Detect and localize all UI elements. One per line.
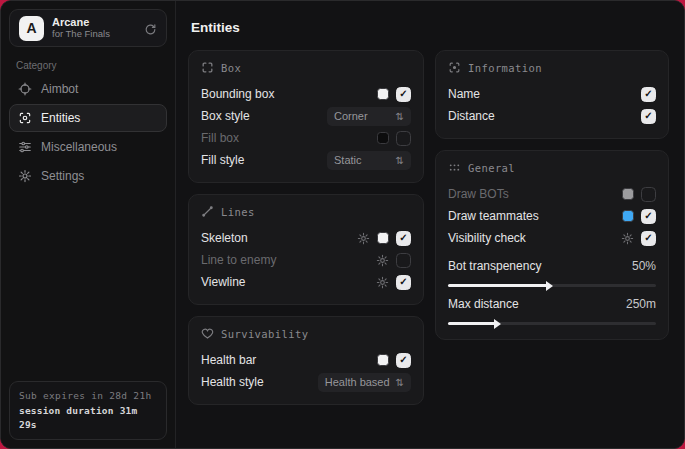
fill-style-dropdown[interactable]: Static ⇅ xyxy=(327,151,411,170)
setting-row-visibility-check: Visibility check xyxy=(448,227,656,249)
chevron-up-down-icon: ⇅ xyxy=(396,377,404,388)
category-label: Category xyxy=(16,60,167,71)
setting-row-box-style: Box style Corner ⇅ xyxy=(201,105,411,127)
sidebar-item-label: Aimbot xyxy=(41,82,78,96)
bot-transparency-setting: Bot transpenency 50% xyxy=(448,255,656,287)
gear-icon[interactable] xyxy=(376,254,389,267)
setting-row-draw-bots: Draw BOTs xyxy=(448,183,656,205)
panel-box: Box Bounding box Box style Corner ⇅ xyxy=(188,50,424,183)
refresh-icon[interactable] xyxy=(144,22,157,35)
setting-row-health-bar: Health bar xyxy=(201,349,411,371)
setting-label: Fill style xyxy=(201,153,244,167)
setting-row-fill-style: Fill style Static ⇅ xyxy=(201,149,411,171)
info-scan-icon xyxy=(448,61,461,74)
setting-row-bounding-box: Bounding box xyxy=(201,83,411,105)
gear-icon xyxy=(18,169,32,183)
fill-box-checkbox[interactable] xyxy=(396,131,411,146)
slider-value: 50% xyxy=(632,259,656,273)
brand-card: A Arcane for The Finals xyxy=(9,9,167,47)
setting-label: Fill box xyxy=(201,131,239,145)
panel-survivability: Survivability Health bar Health style He… xyxy=(188,316,424,405)
panel-title: Box xyxy=(221,62,241,74)
dropdown-value: Health based xyxy=(325,376,390,388)
slider-fill xyxy=(448,284,548,287)
color-swatch[interactable] xyxy=(377,88,389,100)
dropdown-value: Corner xyxy=(334,110,368,122)
main-content: Entities Box Bounding box xyxy=(176,1,684,448)
setting-row-fill-box: Fill box xyxy=(201,127,411,149)
box-corners-icon xyxy=(201,61,214,74)
panel-lines: Lines Skeleton Line to enemy xyxy=(188,194,424,305)
box-style-dropdown[interactable]: Corner ⇅ xyxy=(327,107,411,126)
setting-row-draw-teammates: Draw teammates xyxy=(448,205,656,227)
bot-transparency-slider[interactable] xyxy=(448,284,656,287)
sidebar-item-miscellaneous[interactable]: Miscellaneous xyxy=(9,133,167,161)
setting-row-health-style: Health style Health based ⇅ xyxy=(201,371,411,393)
grid-dots-icon xyxy=(448,161,461,174)
distance-checkbox[interactable] xyxy=(641,109,656,124)
color-swatch[interactable] xyxy=(377,132,389,144)
line-to-enemy-checkbox[interactable] xyxy=(396,253,411,268)
subscription-card: Sub expires in 28d 21h session duration … xyxy=(9,381,167,440)
setting-label: Viewline xyxy=(201,275,245,289)
setting-row-viewline: Viewline xyxy=(201,271,411,293)
setting-label: Draw BOTs xyxy=(448,187,509,201)
sidebar-nav: Aimbot Entities Miscellaneous Settings xyxy=(9,75,167,190)
setting-label: Bot transpenency xyxy=(448,259,541,273)
sidebar-item-entities[interactable]: Entities xyxy=(9,104,167,132)
gear-icon[interactable] xyxy=(376,276,389,289)
entities-scan-icon xyxy=(18,111,32,125)
sidebar-item-settings[interactable]: Settings xyxy=(9,162,167,190)
panel-title: Lines xyxy=(221,206,255,218)
crosshair-icon xyxy=(18,82,32,96)
heart-icon xyxy=(201,327,214,340)
sliders-icon xyxy=(18,140,32,154)
color-swatch[interactable] xyxy=(622,188,634,200)
sidebar-item-label: Miscellaneous xyxy=(41,140,117,154)
draw-teammates-checkbox[interactable] xyxy=(641,209,656,224)
gear-icon[interactable] xyxy=(621,232,634,245)
setting-row-name: Name xyxy=(448,83,656,105)
name-checkbox[interactable] xyxy=(641,87,656,102)
sidebar-item-label: Entities xyxy=(41,111,80,125)
setting-row-line-to-enemy: Line to enemy xyxy=(201,249,411,271)
setting-label: Name xyxy=(448,87,480,101)
panel-title: Survivability xyxy=(221,328,308,340)
setting-label: Box style xyxy=(201,109,250,123)
setting-row-skeleton: Skeleton xyxy=(201,227,411,249)
health-style-dropdown[interactable]: Health based ⇅ xyxy=(318,373,411,392)
skeleton-checkbox[interactable] xyxy=(396,231,411,246)
sidebar-item-aimbot[interactable]: Aimbot xyxy=(9,75,167,103)
setting-label: Health bar xyxy=(201,353,256,367)
setting-label: Line to enemy xyxy=(201,253,276,267)
bounding-box-checkbox[interactable] xyxy=(396,87,411,102)
setting-label: Max distance xyxy=(448,297,519,311)
chevron-up-down-icon: ⇅ xyxy=(396,155,404,166)
setting-row-distance: Distance xyxy=(448,105,656,127)
slider-fill xyxy=(448,322,496,325)
setting-label: Health style xyxy=(201,375,264,389)
dropdown-value: Static xyxy=(334,154,362,166)
session-duration-text: session duration 31m 29s xyxy=(19,404,157,433)
chevron-up-down-icon: ⇅ xyxy=(396,111,404,122)
viewline-checkbox[interactable] xyxy=(396,275,411,290)
setting-label: Skeleton xyxy=(201,231,248,245)
panel-title: General xyxy=(468,162,515,174)
setting-label: Bounding box xyxy=(201,87,274,101)
color-swatch[interactable] xyxy=(622,210,634,222)
app-window: A Arcane for The Finals Category Aimbot xyxy=(0,0,685,449)
sidebar: A Arcane for The Finals Category Aimbot xyxy=(1,1,176,448)
color-swatch[interactable] xyxy=(377,354,389,366)
panel-information: Information Name Distance xyxy=(435,50,669,139)
visibility-check-checkbox[interactable] xyxy=(641,231,656,246)
draw-bots-checkbox[interactable] xyxy=(641,187,656,202)
slider-value: 250m xyxy=(626,297,656,311)
max-distance-slider[interactable] xyxy=(448,322,656,325)
gear-icon[interactable] xyxy=(357,232,370,245)
app-name: Arcane xyxy=(52,16,136,29)
color-swatch[interactable] xyxy=(377,232,389,244)
page-title: Entities xyxy=(191,20,669,35)
health-bar-checkbox[interactable] xyxy=(396,353,411,368)
line-icon xyxy=(201,205,214,218)
sub-expiry-text: Sub expires in 28d 21h xyxy=(19,389,157,403)
